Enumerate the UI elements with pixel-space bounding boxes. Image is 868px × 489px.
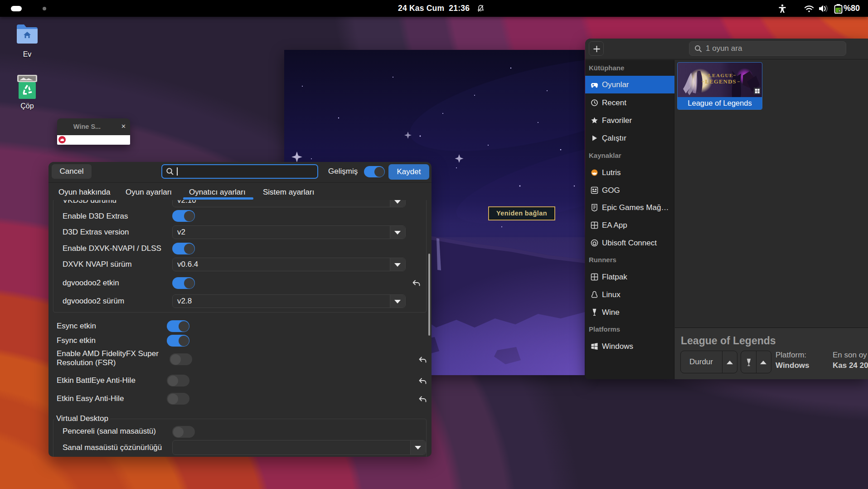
svg-text:LEGENDS: LEGENDS	[705, 78, 736, 85]
svg-text:LEAGUE: LEAGUE	[708, 73, 733, 78]
